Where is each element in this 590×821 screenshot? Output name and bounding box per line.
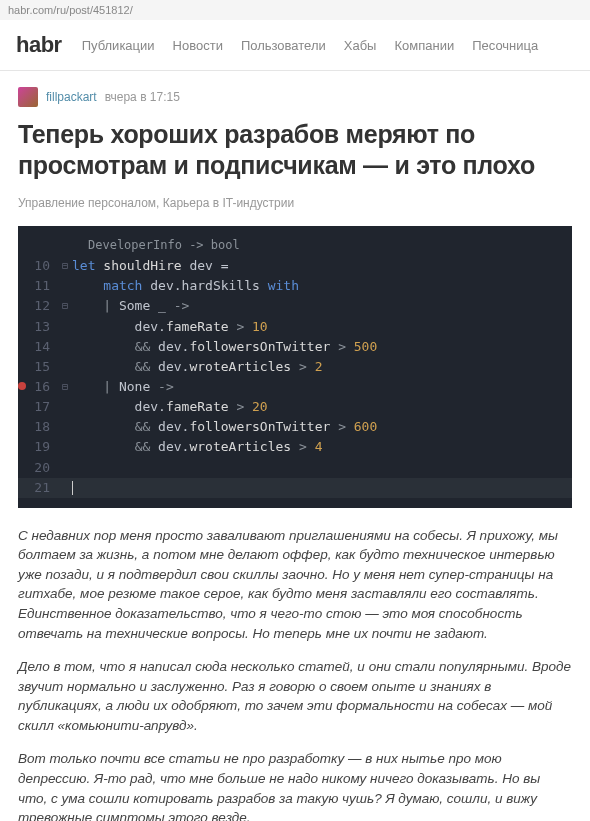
- line-number: 21: [28, 478, 58, 498]
- line-number: 13: [28, 317, 58, 337]
- fold-icon: [58, 397, 72, 417]
- line-number: 16: [28, 377, 58, 397]
- fold-icon: [58, 276, 72, 296]
- line-number: 10: [28, 256, 58, 276]
- nav-item-0[interactable]: Публикации: [82, 38, 155, 53]
- code-line: 18 && dev.followersOnTwitter > 600: [18, 417, 572, 437]
- code-text: dev.fameRate > 20: [72, 397, 268, 417]
- code-line: 21: [18, 478, 572, 498]
- fold-icon: [58, 478, 72, 498]
- line-number: 14: [28, 337, 58, 357]
- post-time: вчера в 17:15: [105, 90, 180, 104]
- nav-item-4[interactable]: Компании: [394, 38, 454, 53]
- article-body: С недавних пор меня просто заваливают пр…: [18, 526, 572, 821]
- code-text: && dev.wroteArticles > 4: [72, 437, 322, 457]
- code-text: dev.fameRate > 10: [72, 317, 268, 337]
- fold-icon: [58, 337, 72, 357]
- code-text: [72, 478, 73, 498]
- fold-icon: [58, 357, 72, 377]
- hub-tags[interactable]: Управление персоналом, Карьера в IT-инду…: [18, 196, 572, 210]
- line-number: 15: [28, 357, 58, 377]
- code-text: match dev.hardSkills with: [72, 276, 299, 296]
- code-line: 20: [18, 458, 572, 478]
- nav-item-3[interactable]: Хабы: [344, 38, 377, 53]
- avatar[interactable]: [18, 87, 38, 107]
- paragraph: Вот только почти все статьи не про разра…: [18, 749, 572, 821]
- code-block: DeveloperInfo -> bool 10⊟let shouldHire …: [18, 226, 572, 508]
- code-line: 17 dev.fameRate > 20: [18, 397, 572, 417]
- fold-icon: [58, 437, 72, 457]
- content: fillpackart вчера в 17:15 Теперь хороших…: [0, 71, 590, 821]
- line-number: 17: [28, 397, 58, 417]
- fold-icon[interactable]: ⊟: [58, 377, 72, 397]
- code-text: | Some _ ->: [72, 296, 189, 316]
- line-number: 18: [28, 417, 58, 437]
- code-line: 19 && dev.wroteArticles > 4: [18, 437, 572, 457]
- paragraph: Дело в том, что я написал сюда несколько…: [18, 657, 572, 735]
- line-number: 12: [28, 296, 58, 316]
- nav: ПубликацииНовостиПользователиХабыКомпани…: [82, 38, 539, 53]
- fold-icon: [58, 317, 72, 337]
- paragraph: С недавних пор меня просто заваливают пр…: [18, 526, 572, 643]
- code-text: let shouldHire dev =: [72, 256, 229, 276]
- code-signature: DeveloperInfo -> bool: [18, 236, 572, 255]
- code-line: 13 dev.fameRate > 10: [18, 317, 572, 337]
- author-link[interactable]: fillpackart: [46, 90, 97, 104]
- url-bar: habr.com/ru/post/451812/: [0, 0, 590, 20]
- author-row: fillpackart вчера в 17:15: [18, 87, 572, 107]
- line-number: 11: [28, 276, 58, 296]
- fold-icon[interactable]: ⊟: [58, 256, 72, 276]
- code-line: 12⊟ | Some _ ->: [18, 296, 572, 316]
- site-header: habr ПубликацииНовостиПользователиХабыКо…: [0, 20, 590, 71]
- nav-item-5[interactable]: Песочница: [472, 38, 538, 53]
- line-number: 20: [28, 458, 58, 478]
- logo[interactable]: habr: [16, 32, 62, 58]
- breakpoint-icon[interactable]: [18, 382, 26, 390]
- fold-icon[interactable]: ⊟: [58, 296, 72, 316]
- code-line: 14 && dev.followersOnTwitter > 500: [18, 337, 572, 357]
- code-text: && dev.followersOnTwitter > 500: [72, 337, 377, 357]
- code-line: 11 match dev.hardSkills with: [18, 276, 572, 296]
- code-text: | None ->: [72, 377, 174, 397]
- fold-icon: [58, 417, 72, 437]
- code-text: && dev.wroteArticles > 2: [72, 357, 322, 377]
- code-text: && dev.followersOnTwitter > 600: [72, 417, 377, 437]
- code-lines: 10⊟let shouldHire dev =11 match dev.hard…: [18, 256, 572, 498]
- page-title: Теперь хороших разрабов меряют по просмо…: [18, 119, 572, 182]
- code-line: 16⊟ | None ->: [18, 377, 572, 397]
- nav-item-2[interactable]: Пользователи: [241, 38, 326, 53]
- nav-item-1[interactable]: Новости: [173, 38, 223, 53]
- code-line: 15 && dev.wroteArticles > 2: [18, 357, 572, 377]
- fold-icon: [58, 458, 72, 478]
- code-line: 10⊟let shouldHire dev =: [18, 256, 572, 276]
- line-number: 19: [28, 437, 58, 457]
